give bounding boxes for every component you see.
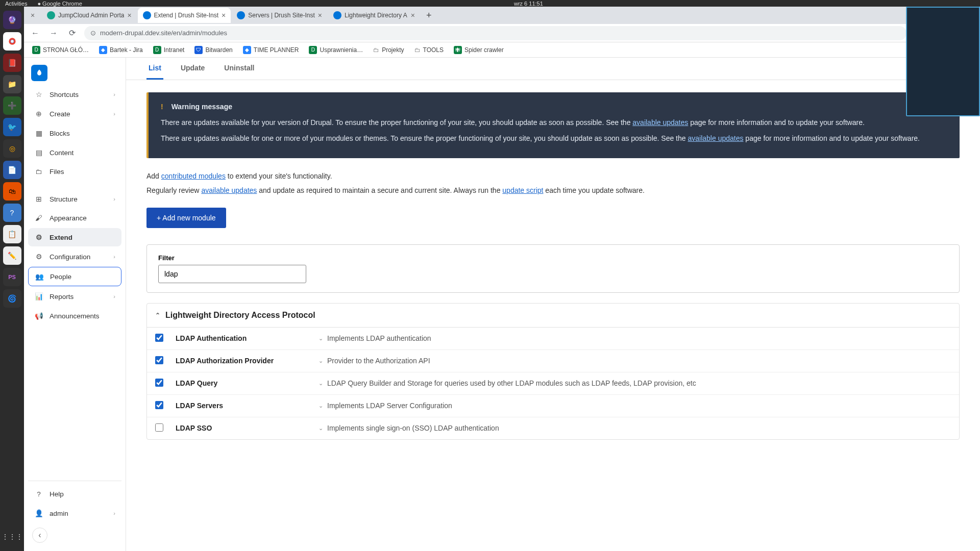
browser-tab[interactable]: × [26, 8, 41, 23]
browser-tab[interactable]: Servers | Drush Site-Inst × [232, 8, 327, 23]
sidebar-item-structure[interactable]: ⊞Structure› [28, 190, 121, 208]
warning-icon: ! [161, 102, 163, 112]
os-activities[interactable]: Activities [5, 1, 27, 7]
favicon-icon [333, 11, 341, 19]
dock-app-8[interactable]: 📄 [3, 161, 21, 179]
sidebar-item-content[interactable]: ▤Content [28, 143, 121, 162]
module-row: LDAP Query⌄LDAP Query Builder and Storag… [147, 372, 959, 395]
bookmark-item[interactable]: ◆Bartek - Jira [96, 44, 146, 56]
site-info-icon[interactable]: ⊙ [90, 29, 96, 37]
admin-sidebar: ☆Shortcuts›⊕Create›▦Blocks▤Content🗀Files… [24, 58, 126, 551]
browser-tab[interactable]: Lightweight Directory A × [328, 8, 420, 23]
browser-tab-active[interactable]: Extend | Drush Site-Inst × [138, 8, 231, 23]
module-description[interactable]: ⌄Implements LDAP authentication [318, 334, 951, 342]
grid-icon: ▦ [34, 129, 43, 137]
tree-icon: ⊞ [34, 195, 43, 203]
drupal-logo[interactable] [31, 65, 47, 81]
add-new-module-button[interactable]: + Add new module [146, 208, 226, 228]
file-icon: ▤ [34, 148, 43, 157]
chevron-down-icon: ⌄ [318, 380, 323, 387]
module-name: LDAP Servers [176, 402, 318, 410]
sidebar-item-extend[interactable]: ⚙Extend [28, 228, 121, 246]
tab-update[interactable]: Update [179, 58, 207, 80]
chevron-down-icon: ⌄ [318, 425, 323, 432]
url-input[interactable]: ⊙ modern-drupal.ddev.site/en/admin/modul… [84, 26, 906, 40]
sidebar-item-create[interactable]: ⊕Create› [28, 105, 121, 123]
dock-app-9[interactable]: 🛍 [3, 182, 21, 201]
sidebar-item-reports[interactable]: 📊Reports› [28, 287, 121, 306]
sidebar-item-label: Create [50, 110, 70, 118]
favicon-icon [237, 11, 245, 19]
close-icon[interactable]: × [31, 11, 35, 19]
filter-label: Filter [158, 254, 948, 262]
module-description[interactable]: ⌄LDAP Query Builder and Storage for quer… [318, 379, 951, 387]
bookmark-item[interactable]: 🛡Bitwarden [191, 44, 235, 56]
dock-files[interactable]: 📁 [3, 75, 21, 93]
module-checkbox[interactable] [155, 356, 163, 364]
module-checkbox[interactable] [155, 379, 163, 387]
bookmark-folder[interactable]: 🗀TOOLS [411, 45, 447, 55]
tab-list[interactable]: List [146, 58, 163, 80]
dock-app-1[interactable]: 🔮 [3, 11, 21, 29]
bookmark-item[interactable]: DSTRONA GŁÓ… [29, 44, 92, 56]
module-checkbox[interactable] [155, 423, 163, 432]
dock-thunderbird[interactable]: 🐦 [3, 118, 21, 136]
sidebar-item-appearance[interactable]: 🖌Appearance [28, 209, 121, 227]
filter-input[interactable] [158, 265, 306, 283]
sidebar-item-label: Content [50, 149, 74, 157]
sidebar-item-announcements[interactable]: 📢Announcements [28, 307, 121, 325]
update-script-link[interactable]: update script [502, 186, 543, 194]
bookmark-item[interactable]: DUsprawnienia… [306, 44, 366, 56]
dock-phpstorm[interactable]: PS [3, 268, 21, 286]
close-icon[interactable]: × [127, 11, 131, 19]
reload-button[interactable]: ⟳ [66, 28, 78, 38]
module-row: LDAP Authorization Provider⌄Provider to … [147, 350, 959, 372]
dock-app-7[interactable]: ◎ [3, 139, 21, 158]
dock-app-11[interactable]: 📋 [3, 225, 21, 243]
bookmark-item[interactable]: DIntranet [150, 44, 188, 56]
close-icon[interactable]: × [222, 11, 226, 19]
back-button[interactable]: ← [29, 29, 41, 38]
sidebar-item-label: Help [50, 490, 64, 498]
webcam-overlay [906, 7, 980, 116]
sidebar-item-admin[interactable]: 👤admin› [28, 504, 121, 522]
tab-uninstall[interactable]: Uninstall [222, 58, 256, 80]
sidebar-item-people[interactable]: 👥People [28, 267, 121, 286]
collapse-sidebar-button[interactable]: ‹ [32, 528, 47, 543]
bookmark-item[interactable]: 🕷Spider crawler [451, 44, 507, 56]
dock-app-5[interactable]: ➕ [3, 96, 21, 115]
available-updates-link[interactable]: available updates [201, 186, 257, 194]
contributed-modules-link[interactable]: contributed modules [161, 172, 226, 180]
module-name: LDAP SSO [176, 424, 318, 432]
dock-help[interactable]: ? [3, 204, 21, 222]
favicon-icon [47, 11, 55, 19]
module-checkbox[interactable] [155, 401, 163, 409]
dock-chrome[interactable] [3, 32, 21, 51]
sidebar-item-help[interactable]: ?Help [28, 485, 121, 503]
close-icon[interactable]: × [318, 11, 322, 19]
close-icon[interactable]: × [411, 11, 415, 19]
module-description[interactable]: ⌄Implements LDAP Server Configuration [318, 402, 951, 410]
dock-app-14[interactable]: 🌀 [3, 289, 21, 308]
browser-tab[interactable]: JumpCloud Admin Porta × [42, 8, 137, 23]
available-updates-link[interactable]: available updates [688, 134, 743, 142]
sidebar-item-configuration[interactable]: ⚙Configuration› [28, 247, 121, 266]
module-description[interactable]: ⌄Implements single sign-on (SSO) LDAP au… [318, 424, 951, 432]
browser-tab-strip: × JumpCloud Admin Porta × Extend | Drush… [0, 7, 980, 24]
module-name: LDAP Authorization Provider [176, 357, 318, 365]
module-group-header[interactable]: ⌃ Lightweight Directory Access Protocol [147, 304, 959, 328]
sidebar-item-files[interactable]: 🗀Files [28, 163, 121, 181]
forward-button[interactable]: → [47, 29, 60, 38]
dock-apps-grid[interactable]: ⋮⋮⋮ [3, 528, 21, 546]
sidebar-item-shortcuts[interactable]: ☆Shortcuts› [28, 85, 121, 104]
dock-app-3[interactable]: 📕 [3, 54, 21, 72]
dock-app-12[interactable]: ✏️ [3, 246, 21, 265]
bookmark-folder[interactable]: 🗀Projekty [370, 45, 407, 55]
available-updates-link[interactable]: available updates [632, 118, 688, 127]
module-checkbox[interactable] [155, 334, 163, 342]
new-tab-button[interactable]: + [421, 10, 437, 21]
sidebar-item-label: admin [50, 510, 68, 517]
module-description[interactable]: ⌄Provider to the Authorization API [318, 357, 951, 365]
sidebar-item-blocks[interactable]: ▦Blocks [28, 124, 121, 142]
bookmark-item[interactable]: ◆TIME PLANNER [240, 44, 302, 56]
